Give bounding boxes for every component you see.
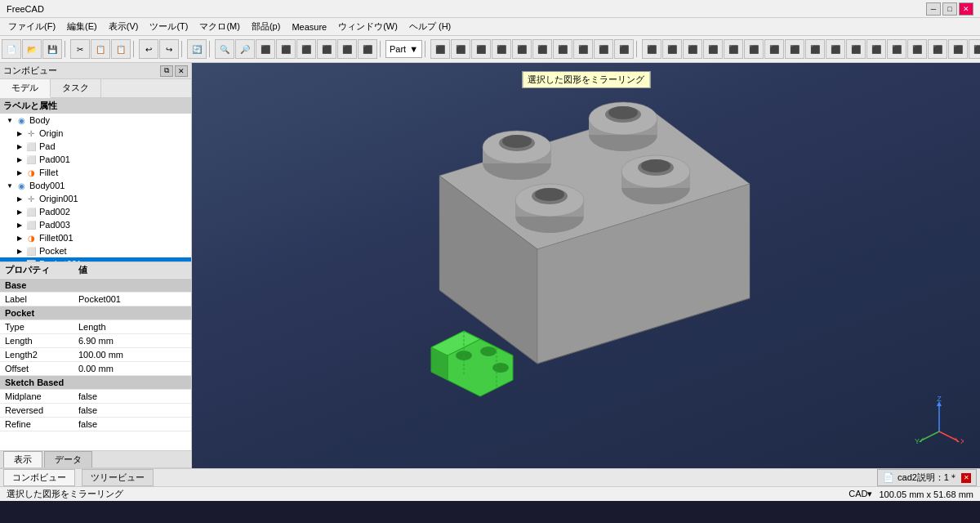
tab-tasks[interactable]: タスク — [51, 79, 101, 97]
close-button[interactable]: ✕ — [959, 2, 973, 16]
tb-extra-20[interactable]: ⬛ — [826, 39, 845, 59]
tb-extra-1[interactable]: ⬛ — [430, 39, 450, 59]
workbench-dropdown[interactable]: Part ▼ — [385, 40, 422, 58]
tree-expand-origin[interactable]: ▶ — [15, 130, 24, 137]
view-btn-5[interactable]: ⬛ — [296, 39, 316, 59]
save-button[interactable]: 💾 — [42, 39, 62, 59]
view-btn-2[interactable]: 🔎 — [235, 39, 255, 59]
tb-extra-25[interactable]: ⬛ — [928, 39, 947, 59]
tb-extra-23[interactable]: ⬛ — [887, 39, 906, 59]
combo-close-button[interactable]: ✕ — [175, 65, 188, 77]
tb-extra-11[interactable]: ⬛ — [642, 39, 662, 59]
tb-extra-18[interactable]: ⬛ — [785, 39, 804, 59]
tb-extra-26[interactable]: ⬛ — [948, 39, 968, 59]
tree-item-body[interactable]: ▼ ◉ Body — [0, 114, 191, 127]
view-btn-1[interactable]: 🔍 — [215, 39, 234, 59]
tree-view[interactable]: ラベルと属性 ▼ ◉ Body ▶ ✛ Origin ▶ ⬜ Pad — [0, 98, 191, 262]
tree-expand-pad002[interactable]: ▶ — [15, 208, 24, 216]
toolbar-separator-2 — [133, 41, 136, 57]
tb-extra-22[interactable]: ⬛ — [866, 39, 886, 59]
view-btn-4[interactable]: ⬛ — [276, 39, 296, 59]
tab-data[interactable]: データ — [44, 451, 92, 467]
tree-expand-pad003[interactable]: ▶ — [15, 221, 24, 229]
tb-extra-5[interactable]: ⬛ — [512, 39, 532, 59]
tree-item-pocket[interactable]: ▶ ⬜ Pocket — [0, 244, 191, 257]
tb-extra-19[interactable]: ⬛ — [805, 39, 825, 59]
tree-expand-fillet001[interactable]: ▶ — [15, 235, 24, 242]
tb-extra-13[interactable]: ⬛ — [683, 39, 702, 59]
tb-extra-27[interactable]: ⬛ — [969, 39, 980, 59]
tb-extra-8[interactable]: ⬛ — [573, 39, 593, 59]
view-btn-8[interactable]: ⬛ — [358, 39, 377, 59]
file-tab[interactable]: 📄 cad2説明：1＊ ✕ — [877, 469, 977, 486]
tree-expand-fillet[interactable]: ▶ — [15, 169, 24, 177]
tree-expand-pad001[interactable]: ▶ — [15, 156, 24, 163]
menu-edit[interactable]: 編集(E) — [62, 19, 102, 34]
status-text: 選択した図形をミラーリング — [7, 488, 123, 500]
view-btn-6[interactable]: ⬛ — [317, 39, 336, 59]
menu-view[interactable]: 表示(V) — [104, 19, 144, 34]
file-tab-close-button[interactable]: ✕ — [961, 473, 971, 483]
paste-button[interactable]: 📋 — [111, 39, 131, 59]
combo-float-button[interactable]: ⧉ — [160, 65, 173, 77]
view-btn-3[interactable]: ⬛ — [256, 39, 275, 59]
tree-item-pad001[interactable]: ▶ ⬜ Pad001 — [0, 153, 191, 166]
new-button[interactable]: 📄 — [2, 39, 21, 59]
tree-expand-pad[interactable]: ▶ — [15, 143, 24, 150]
tree-item-origin[interactable]: ▶ ✛ Origin — [0, 127, 191, 140]
tb-extra-9[interactable]: ⬛ — [594, 39, 613, 59]
menu-macro[interactable]: マクロ(M) — [194, 19, 245, 34]
tree-item-pad003[interactable]: ▶ ⬜ Pad003 — [0, 218, 191, 231]
tb-extra-15[interactable]: ⬛ — [724, 39, 743, 59]
tb-extra-14[interactable]: ⬛ — [703, 39, 723, 59]
property-view-tabs: 表示 データ — [0, 450, 191, 468]
refresh-button[interactable]: 🔄 — [187, 39, 207, 59]
menu-file[interactable]: ファイル(F) — [3, 19, 60, 34]
viewport[interactable]: 選択した図形をミラーリング — [192, 63, 980, 468]
tree-expand-body[interactable]: ▼ — [5, 117, 15, 124]
tb-extra-16[interactable]: ⬛ — [744, 39, 764, 59]
tree-item-fillet[interactable]: ▶ ◑ Fillet — [0, 166, 191, 179]
cut-button[interactable]: ✂ — [70, 39, 90, 59]
tree-item-body001[interactable]: ▼ ◉ Body001 — [0, 179, 191, 192]
open-button[interactable]: 📂 — [22, 39, 42, 59]
dock-tab-combo[interactable]: コンボビュー — [3, 469, 75, 486]
copy-button[interactable]: 📋 — [91, 39, 110, 59]
menu-parts[interactable]: 部品(p) — [247, 19, 285, 34]
cad-mode-indicator[interactable]: CAD▾ — [849, 489, 872, 499]
tab-view[interactable]: 表示 — [3, 451, 42, 467]
tb-extra-7[interactable]: ⬛ — [553, 39, 572, 59]
section-sketch-based: Sketch Based — [0, 376, 191, 390]
prop-length2-name: Length2 — [0, 348, 74, 362]
dock-tab-tree[interactable]: ツリービュー — [82, 469, 154, 486]
tree-expand-origin001[interactable]: ▶ — [15, 195, 24, 203]
combo-view-title: コンボビュー — [3, 65, 57, 77]
menu-help[interactable]: ヘルプ (H) — [404, 19, 456, 34]
tree-expand-pocket[interactable]: ▶ — [15, 248, 24, 255]
tb-extra-2[interactable]: ⬛ — [451, 39, 470, 59]
tb-extra-24[interactable]: ⬛ — [907, 39, 927, 59]
tree-expand-body001[interactable]: ▼ — [5, 182, 15, 190]
tree-item-fillet001[interactable]: ▶ ◑ Fillet001 — [0, 231, 191, 244]
maximize-button[interactable]: □ — [942, 2, 957, 16]
menu-tools[interactable]: ツール(T) — [145, 19, 193, 34]
view-btn-7[interactable]: ⬛ — [337, 39, 357, 59]
undo-button[interactable]: ↩ — [139, 39, 158, 59]
tab-model[interactable]: モデル — [0, 79, 51, 98]
tree-item-origin001[interactable]: ▶ ✛ Origin001 — [0, 192, 191, 205]
redo-button[interactable]: ↪ — [159, 39, 179, 59]
tb-extra-17[interactable]: ⬛ — [764, 39, 784, 59]
tb-extra-12[interactable]: ⬛ — [662, 39, 682, 59]
tb-extra-4[interactable]: ⬛ — [492, 39, 511, 59]
tb-extra-10[interactable]: ⬛ — [614, 39, 634, 59]
menu-measure[interactable]: Measure — [287, 20, 332, 34]
menu-window[interactable]: ウィンドウ(W) — [333, 19, 403, 34]
tree-item-pad[interactable]: ▶ ⬜ Pad — [0, 140, 191, 153]
toolbar-area: 📄 📂 💾 ✂ 📋 📋 ↩ ↪ 🔄 🔍 🔎 ⬛ ⬛ ⬛ ⬛ ⬛ ⬛ Part ▼… — [0, 36, 980, 63]
tree-item-pad002[interactable]: ▶ ⬜ Pad002 — [0, 205, 191, 218]
tb-extra-6[interactable]: ⬛ — [532, 39, 552, 59]
tb-extra-3[interactable]: ⬛ — [471, 39, 491, 59]
tb-extra-21[interactable]: ⬛ — [846, 39, 866, 59]
tree-label-fillet: Fillet — [39, 168, 58, 177]
minimize-button[interactable]: ─ — [926, 2, 941, 16]
